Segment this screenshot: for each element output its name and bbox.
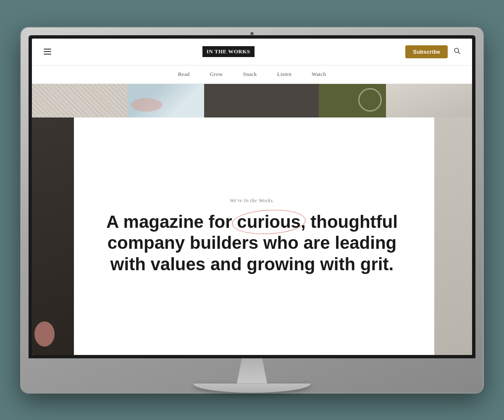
monitor-outer: IN THE WORKS Subscribe Read Grow Snack bbox=[21, 28, 483, 393]
nav-item-listen[interactable]: Listen bbox=[277, 71, 291, 78]
search-icon[interactable] bbox=[454, 47, 460, 56]
monitor-bezel: IN THE WORKS Subscribe Read Grow Snack bbox=[29, 35, 475, 358]
hero-image-5 bbox=[386, 84, 472, 117]
camera-dot bbox=[250, 32, 254, 35]
side-image-left bbox=[32, 117, 74, 355]
hero-image-2 bbox=[128, 84, 204, 117]
hero-image-1 bbox=[32, 84, 128, 117]
site-nav: Read Grow Snack Listen Watch bbox=[32, 65, 472, 84]
hero-image-4 bbox=[319, 84, 386, 117]
curious-word-wrap: curious bbox=[237, 211, 301, 232]
hero-headline-part1: A magazine for bbox=[106, 212, 237, 232]
nav-item-read[interactable]: Read bbox=[178, 71, 190, 78]
screen: IN THE WORKS Subscribe Read Grow Snack bbox=[32, 39, 472, 355]
nav-item-watch[interactable]: Watch bbox=[312, 71, 326, 78]
hero-headline-curious: curious bbox=[237, 212, 301, 232]
subscribe-button[interactable]: Subscribe bbox=[405, 45, 448, 58]
monitor-stand-base bbox=[193, 383, 311, 393]
hero-subtitle: We're In the Works. bbox=[230, 197, 274, 204]
svg-line-1 bbox=[458, 52, 460, 54]
site-header: IN THE WORKS Subscribe bbox=[32, 39, 472, 65]
nav-item-snack[interactable]: Snack bbox=[243, 71, 257, 78]
monitor-stand-neck bbox=[227, 358, 277, 383]
hero-image-strip bbox=[32, 84, 472, 117]
nav-item-grow[interactable]: Grow bbox=[210, 71, 223, 78]
hero-headline: A magazine for curious, thoughtful compa… bbox=[105, 211, 399, 275]
side-image-right bbox=[434, 117, 472, 355]
logo[interactable]: IN THE WORKS bbox=[202, 46, 255, 57]
hamburger-menu-icon[interactable] bbox=[44, 49, 51, 55]
hero-section: We're In the Works. A magazine for curio… bbox=[32, 117, 472, 355]
hero-image-3 bbox=[204, 84, 319, 117]
